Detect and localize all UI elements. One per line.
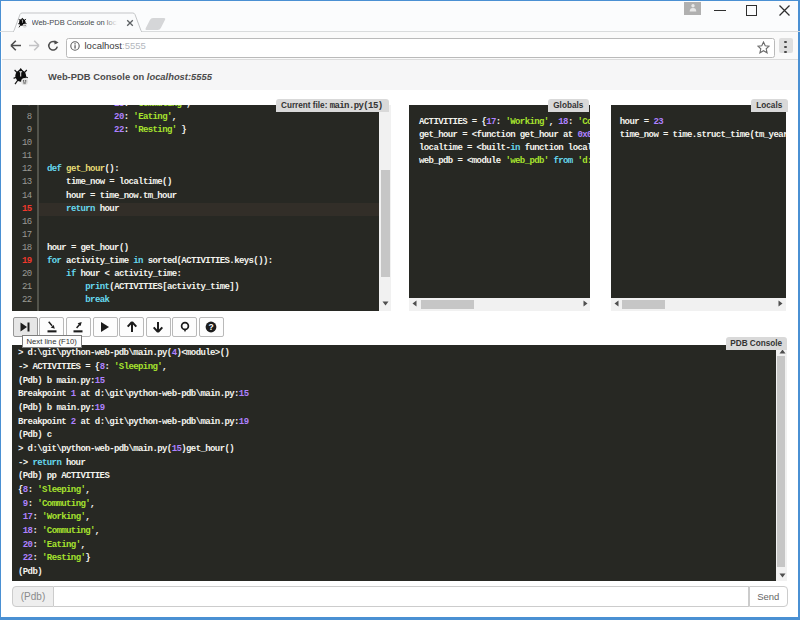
svg-text:?: ? [209, 322, 214, 332]
